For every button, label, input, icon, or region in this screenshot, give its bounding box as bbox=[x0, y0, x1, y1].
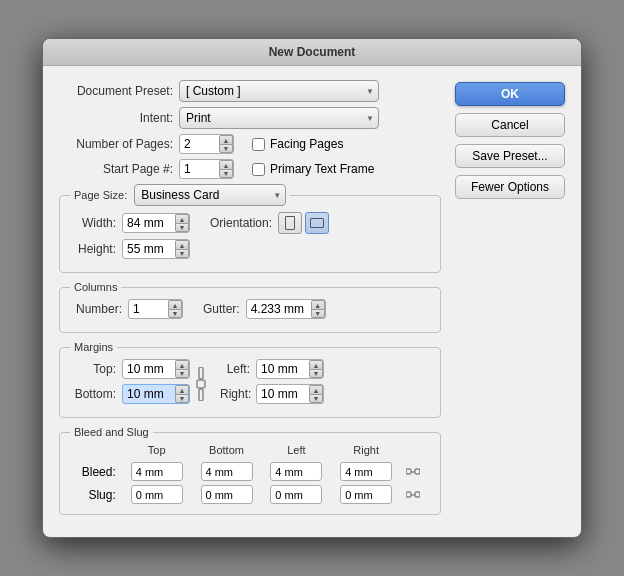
number-of-pages-row: Number of Pages: ▲ ▼ Facing Pages bbox=[59, 134, 441, 154]
gutter-down[interactable]: ▼ bbox=[311, 309, 325, 318]
number-of-pages-spinner-buttons: ▲ ▼ bbox=[219, 135, 233, 153]
width-spinner-buttons: ▲ ▼ bbox=[175, 214, 189, 232]
columns-up[interactable]: ▲ bbox=[168, 300, 182, 309]
number-of-pages-label: Number of Pages: bbox=[59, 137, 179, 151]
gutter-spinner: ▲ ▼ bbox=[246, 299, 326, 319]
margin-right-spinner-buttons: ▲ ▼ bbox=[309, 385, 323, 403]
bleed-chain-cell bbox=[401, 460, 430, 483]
page-size-legend: Page Size: Business Card bbox=[70, 184, 290, 206]
margin-left-up[interactable]: ▲ bbox=[309, 360, 323, 369]
start-page-down[interactable]: ▼ bbox=[219, 169, 233, 178]
start-page-spinner-buttons: ▲ ▼ bbox=[219, 160, 233, 178]
landscape-icon bbox=[310, 218, 324, 228]
col-bottom-header: Bottom bbox=[192, 444, 262, 460]
bleed-top-input[interactable] bbox=[131, 462, 183, 481]
svg-rect-9 bbox=[415, 492, 420, 497]
bleed-slug-legend: Bleed and Slug bbox=[70, 426, 153, 438]
slug-chain-svg bbox=[406, 488, 420, 502]
width-up[interactable]: ▲ bbox=[175, 214, 189, 223]
title-bar: New Document bbox=[43, 39, 581, 66]
facing-pages-checkbox[interactable] bbox=[252, 138, 265, 151]
margin-bottom-up[interactable]: ▲ bbox=[175, 385, 189, 394]
margin-right-spinner: ▲ ▼ bbox=[256, 384, 324, 404]
number-of-pages-up[interactable]: ▲ bbox=[219, 135, 233, 144]
intent-select-wrap: Print bbox=[179, 107, 379, 129]
page-size-legend-text: Page Size: bbox=[74, 189, 127, 201]
document-preset-label: Document Preset: bbox=[59, 84, 179, 98]
bleed-bottom-input[interactable] bbox=[201, 462, 253, 481]
margin-right-down[interactable]: ▼ bbox=[309, 394, 323, 403]
intent-select[interactable]: Print bbox=[179, 107, 379, 129]
document-preset-select[interactable]: [ Custom ] bbox=[179, 80, 379, 102]
slug-bottom-input[interactable] bbox=[201, 485, 253, 504]
start-page-label: Start Page #: bbox=[59, 162, 179, 176]
margin-bottom-down[interactable]: ▼ bbox=[175, 394, 189, 403]
columns-legend: Columns bbox=[70, 281, 121, 293]
margin-right-label: Right: bbox=[220, 387, 256, 401]
landscape-button[interactable] bbox=[305, 212, 329, 234]
bleed-chain-icon[interactable] bbox=[404, 463, 422, 481]
slug-chain-icon[interactable] bbox=[404, 486, 422, 504]
bleed-row: Bleed: bbox=[70, 460, 430, 483]
intent-row: Intent: Print bbox=[59, 107, 441, 129]
chain-svg bbox=[193, 367, 209, 401]
margin-left-spinner-buttons: ▲ ▼ bbox=[309, 360, 323, 378]
cancel-button[interactable]: Cancel bbox=[455, 113, 565, 137]
slug-row: Slug: bbox=[70, 483, 430, 506]
height-up[interactable]: ▲ bbox=[175, 240, 189, 249]
margins-content: Top: ▲ ▼ Bottom: bbox=[70, 359, 430, 409]
fewer-options-button[interactable]: Fewer Options bbox=[455, 175, 565, 199]
width-spinner: ▲ ▼ bbox=[122, 213, 190, 233]
margin-top-up[interactable]: ▲ bbox=[175, 360, 189, 369]
col-top-header: Top bbox=[122, 444, 192, 460]
margins-chain-icon[interactable] bbox=[190, 361, 212, 407]
margin-left-label: Left: bbox=[220, 362, 256, 376]
margin-right-row: Right: ▲ ▼ bbox=[220, 384, 324, 404]
height-down[interactable]: ▼ bbox=[175, 249, 189, 258]
new-document-dialog: New Document Document Preset: [ Custom ]… bbox=[42, 38, 582, 538]
start-page-up[interactable]: ▲ bbox=[219, 160, 233, 169]
save-preset-button[interactable]: Save Preset... bbox=[455, 144, 565, 168]
slug-right-cell bbox=[331, 483, 401, 506]
slug-top-input[interactable] bbox=[131, 485, 183, 504]
primary-text-frame-checkbox[interactable] bbox=[252, 163, 265, 176]
slug-right-input[interactable] bbox=[340, 485, 392, 504]
facing-pages-row: Facing Pages bbox=[252, 137, 343, 151]
intent-label: Intent: bbox=[59, 111, 179, 125]
document-preset-row: Document Preset: [ Custom ] bbox=[59, 80, 441, 102]
columns-section: Columns Number: ▲ ▼ Gutter: ▲ bbox=[59, 281, 441, 333]
width-label: Width: bbox=[70, 216, 122, 230]
slug-left-cell bbox=[261, 483, 331, 506]
margins-section: Margins Top: ▲ ▼ bbox=[59, 341, 441, 418]
slug-bottom-cell bbox=[192, 483, 262, 506]
number-of-pages-down[interactable]: ▼ bbox=[219, 144, 233, 153]
col-left-header: Left bbox=[261, 444, 331, 460]
slug-left-input[interactable] bbox=[270, 485, 322, 504]
columns-number-label: Number: bbox=[70, 302, 128, 316]
bleed-slug-table: Top Bottom Left Right Bleed: bbox=[70, 444, 430, 506]
columns-down[interactable]: ▼ bbox=[168, 309, 182, 318]
width-down[interactable]: ▼ bbox=[175, 223, 189, 232]
margin-top-row: Top: ▲ ▼ bbox=[70, 359, 190, 379]
slug-label: Slug: bbox=[70, 483, 122, 506]
margin-right-up[interactable]: ▲ bbox=[309, 385, 323, 394]
facing-pages-label: Facing Pages bbox=[270, 137, 343, 151]
bleed-slug-section: Bleed and Slug Top Bottom Left Right bbox=[59, 426, 441, 515]
margin-top-label: Top: bbox=[70, 362, 122, 376]
ok-button[interactable]: OK bbox=[455, 82, 565, 106]
slug-chain-cell bbox=[401, 483, 430, 506]
page-size-select[interactable]: Business Card bbox=[134, 184, 286, 206]
columns-number-spinner: ▲ ▼ bbox=[128, 299, 183, 319]
margin-left-down[interactable]: ▼ bbox=[309, 369, 323, 378]
bleed-left-input[interactable] bbox=[270, 462, 322, 481]
bleed-label: Bleed: bbox=[70, 460, 122, 483]
portrait-button[interactable] bbox=[278, 212, 302, 234]
bleed-right-input[interactable] bbox=[340, 462, 392, 481]
document-preset-select-wrap: [ Custom ] bbox=[179, 80, 379, 102]
gutter-up[interactable]: ▲ bbox=[311, 300, 325, 309]
orientation-label: Orientation: bbox=[210, 216, 278, 230]
left-panel: Document Preset: [ Custom ] Intent: Prin… bbox=[59, 80, 441, 523]
margin-top-down[interactable]: ▼ bbox=[175, 369, 189, 378]
columns-row: Number: ▲ ▼ Gutter: ▲ ▼ bbox=[70, 299, 430, 319]
margins-legend: Margins bbox=[70, 341, 117, 353]
